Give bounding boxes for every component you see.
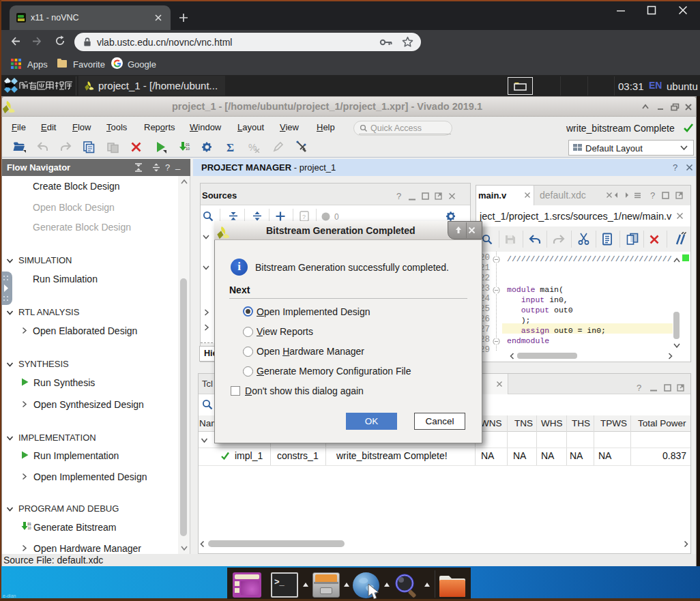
- svg-text:?: ?: [302, 214, 306, 220]
- svg-text:Σ: Σ: [227, 141, 234, 153]
- svg-text:01: 01: [28, 523, 32, 526]
- svg-text:10: 10: [28, 527, 32, 530]
- svg-text:%: %: [248, 142, 257, 153]
- svg-text:10: 10: [186, 147, 190, 151]
